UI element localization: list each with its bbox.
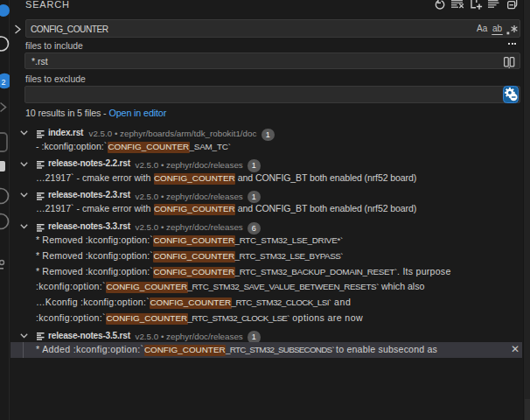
svg-text:2: 2 [2, 78, 6, 87]
